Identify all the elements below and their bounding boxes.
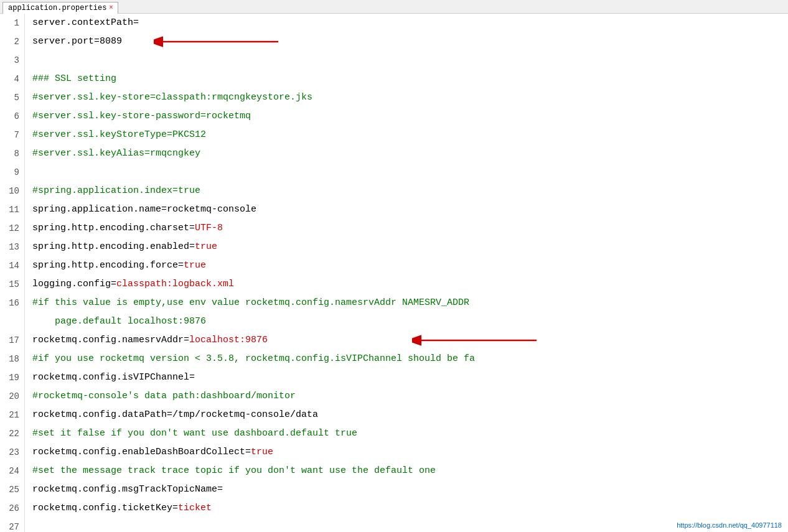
code-line-19: rocketmq.config.isVIPChannel= bbox=[32, 368, 788, 387]
line23-text-black: rocketmq.config.enableDashBoardCollect= bbox=[32, 447, 251, 457]
line-num-15: 15 bbox=[5, 275, 19, 294]
code-line-16b: page.default localhost:9876 bbox=[32, 312, 788, 331]
line22-text: #set it false if you don't want use dash… bbox=[32, 428, 357, 439]
file-tab[interactable]: application.properties × bbox=[2, 2, 118, 14]
line26-text-black: rocketmq.config.ticketKey= bbox=[32, 503, 178, 513]
line-num-18: 18 bbox=[5, 350, 19, 368]
code-line-26: rocketmq.config.ticketKey=ticket bbox=[32, 499, 788, 518]
code-line-13: spring.http.encoding.enabled=true bbox=[32, 238, 788, 256]
line1-text: server.contextPath= bbox=[32, 17, 139, 28]
line-numbers: 1 2 3 4 5 6 7 8 9 10 11 12 13 14 15 16 1… bbox=[0, 14, 25, 532]
line11-text: spring.application.name=rocketmq-console bbox=[32, 204, 256, 215]
line-num-11: 11 bbox=[5, 200, 19, 219]
code-line-5: #server.ssl.key-store=classpath:rmqcngke… bbox=[32, 88, 788, 107]
line-num-13: 13 bbox=[5, 238, 19, 256]
line7-text: #server.ssl.keyStoreType=PKCS12 bbox=[32, 129, 206, 140]
line16b-text: page.default localhost:9876 bbox=[32, 316, 206, 327]
line-num-25: 25 bbox=[5, 480, 19, 499]
line-num-7: 7 bbox=[5, 126, 19, 144]
line-num-6: 6 bbox=[5, 107, 19, 126]
arrow-line2 bbox=[154, 34, 278, 49]
code-container: 1 2 3 4 5 6 7 8 9 10 11 12 13 14 15 16 1… bbox=[0, 14, 788, 532]
code-lines: server.contextPath= server.port=8089 bbox=[25, 14, 788, 532]
tab-bar: application.properties × bbox=[0, 0, 788, 14]
line-num-27: 27 bbox=[5, 518, 19, 532]
tab-filename: application.properties bbox=[8, 4, 106, 12]
line15-text-red: classpath:logback.xml bbox=[116, 279, 234, 289]
code-line-23: rocketmq.config.enableDashBoardCollect=t… bbox=[32, 443, 788, 462]
line24-text: #set the message track trace topic if yo… bbox=[32, 465, 436, 476]
line14-text-black: spring.http.encoding.force= bbox=[32, 260, 184, 271]
line19-text: rocketmq.config.isVIPChannel= bbox=[32, 372, 195, 383]
code-line-24: #set the message track trace topic if yo… bbox=[32, 462, 788, 480]
line15-text-black: logging.config= bbox=[32, 279, 116, 289]
line10-text: #spring.application.index=true bbox=[32, 185, 200, 196]
line23-text-red: true bbox=[251, 447, 273, 457]
line-num-4: 4 bbox=[5, 70, 19, 88]
code-line-3 bbox=[32, 51, 788, 70]
line2-text: server.port=8089 bbox=[32, 36, 122, 47]
line-num-8: 8 bbox=[5, 144, 19, 163]
line25-text: rocketmq.config.msgTrackTopicName= bbox=[32, 484, 223, 495]
code-line-1: server.contextPath= bbox=[32, 14, 788, 32]
code-line-12: spring.http.encoding.charset=UTF-8 bbox=[32, 219, 788, 238]
code-line-2: server.port=8089 bbox=[32, 32, 788, 51]
code-line-21: rocketmq.config.dataPath=/tmp/rocketmq-c… bbox=[32, 406, 788, 424]
code-line-17: rocketmq.config.namesrvAddr=localhost:98… bbox=[32, 331, 788, 350]
line26-text-red: ticket bbox=[178, 503, 212, 513]
code-line-27 bbox=[32, 518, 788, 532]
line12-text-red: UTF-8 bbox=[195, 223, 223, 233]
code-line-18: #if you use rocketmq version < 3.5.8, ro… bbox=[32, 350, 788, 368]
tab-close-icon[interactable]: × bbox=[109, 4, 113, 11]
code-line-11: spring.application.name=rocketmq-console bbox=[32, 200, 788, 219]
code-line-16: #if this value is empty,use env value ro… bbox=[32, 294, 788, 312]
line12-text-black: spring.http.encoding.charset= bbox=[32, 223, 195, 233]
line-num-19: 19 bbox=[5, 368, 19, 387]
line21-text: rocketmq.config.dataPath=/tmp/rocketmq-c… bbox=[32, 409, 318, 420]
line-num-21: 21 bbox=[5, 406, 19, 424]
code-line-8: #server.ssl.keyAlias=rmqcngkey bbox=[32, 144, 788, 163]
line-num-12: 12 bbox=[5, 219, 19, 238]
line16-text: #if this value is empty,use env value ro… bbox=[32, 297, 469, 308]
code-line-9 bbox=[32, 163, 788, 182]
line-num-9: 9 bbox=[5, 163, 19, 182]
line20-text: #rocketmq-console's data path:dashboard/… bbox=[32, 391, 296, 401]
line-num-22: 22 bbox=[5, 424, 19, 443]
watermark: https://blog.csdn.net/qq_40977118 bbox=[677, 521, 782, 529]
line5-text: #server.ssl.key-store=classpath:rmqcngke… bbox=[32, 92, 312, 103]
code-line-6: #server.ssl.key-store-password=rocketmq bbox=[32, 107, 788, 126]
line8-text: #server.ssl.keyAlias=rmqcngkey bbox=[32, 148, 200, 159]
editor-area: 1 2 3 4 5 6 7 8 9 10 11 12 13 14 15 16 1… bbox=[0, 14, 788, 532]
arrow-line17 bbox=[412, 333, 537, 348]
code-line-25: rocketmq.config.msgTrackTopicName= bbox=[32, 480, 788, 499]
line13-text-black: spring.http.encoding.enabled= bbox=[32, 241, 195, 252]
line13-text-red: true bbox=[195, 241, 217, 252]
line-num-16: 16 bbox=[5, 294, 19, 312]
line-num-2: 2 bbox=[5, 32, 19, 51]
code-line-22: #set it false if you don't want use dash… bbox=[32, 424, 788, 443]
code-line-4: ### SSL setting bbox=[32, 70, 788, 88]
line-num-26: 26 bbox=[5, 499, 19, 518]
line18-text: #if you use rocketmq version < 3.5.8, ro… bbox=[32, 353, 475, 364]
code-line-7: #server.ssl.keyStoreType=PKCS12 bbox=[32, 126, 788, 144]
line4-text: ### SSL setting bbox=[32, 73, 116, 84]
line17-text-red: localhost:9876 bbox=[189, 335, 268, 345]
line-num-20: 20 bbox=[5, 387, 19, 406]
line-num-24: 24 bbox=[5, 462, 19, 480]
line17-text-black: rocketmq.config.namesrvAddr= bbox=[32, 335, 189, 345]
line-num-5: 5 bbox=[5, 88, 19, 107]
line-num-10: 10 bbox=[5, 182, 19, 200]
code-line-20: #rocketmq-console's data path:dashboard/… bbox=[32, 387, 788, 406]
code-line-10: #spring.application.index=true bbox=[32, 182, 788, 200]
code-line-15: logging.config=classpath:logback.xml bbox=[32, 275, 788, 294]
line6-text: #server.ssl.key-store-password=rocketmq bbox=[32, 111, 251, 121]
line-num-1: 1 bbox=[5, 14, 19, 32]
line14-text-red: true bbox=[184, 260, 206, 271]
line-num-23: 23 bbox=[5, 443, 19, 462]
line-num-3: 3 bbox=[5, 51, 19, 70]
line-num-14: 14 bbox=[5, 256, 19, 275]
line-num-17: 17 bbox=[5, 331, 19, 350]
code-line-14: spring.http.encoding.force=true bbox=[32, 256, 788, 275]
